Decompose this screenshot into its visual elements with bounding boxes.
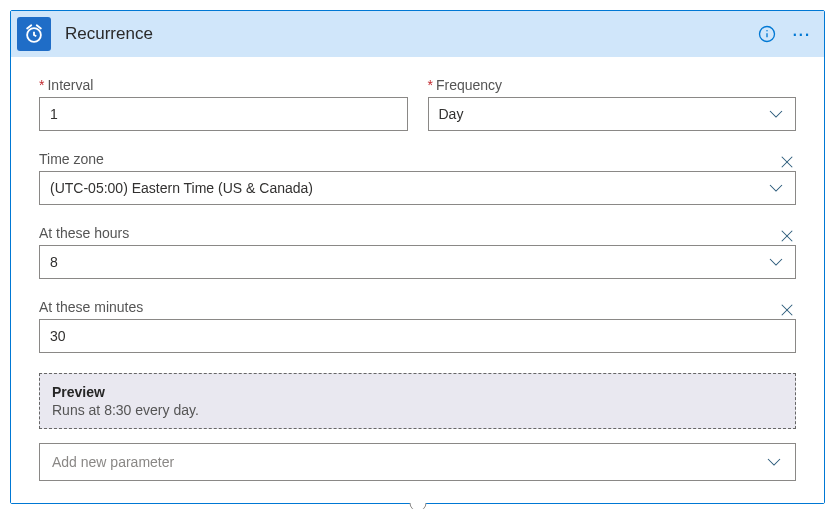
required-star: * bbox=[428, 77, 433, 93]
preview-text: Runs at 8:30 every day. bbox=[52, 402, 783, 418]
chevron-down-icon bbox=[767, 105, 785, 123]
add-parameter-select[interactable]: Add new parameter bbox=[39, 443, 796, 481]
frequency-select[interactable]: Day bbox=[428, 97, 797, 131]
add-parameter-placeholder: Add new parameter bbox=[52, 454, 765, 470]
frequency-value: Day bbox=[439, 106, 768, 122]
timezone-select[interactable]: (UTC-05:00) Eastern Time (US & Canada) bbox=[39, 171, 796, 205]
interval-input[interactable]: 1 bbox=[39, 97, 408, 131]
minutes-value: 30 bbox=[50, 328, 785, 344]
preview-box: Preview Runs at 8:30 every day. bbox=[39, 373, 796, 429]
chevron-down-icon bbox=[765, 453, 783, 471]
required-star: * bbox=[39, 77, 44, 93]
flow-connector bbox=[10, 504, 825, 509]
card-title: Recurrence bbox=[65, 24, 756, 44]
timezone-value: (UTC-05:00) Eastern Time (US & Canada) bbox=[50, 180, 767, 196]
recurrence-card: Recurrence ··· * Interval 1 bbox=[10, 10, 825, 504]
info-icon[interactable] bbox=[756, 23, 778, 45]
interval-value: 1 bbox=[50, 106, 397, 122]
svg-point-3 bbox=[766, 30, 768, 32]
hours-select[interactable]: 8 bbox=[39, 245, 796, 279]
timezone-label: Time zone bbox=[39, 151, 772, 167]
hours-value: 8 bbox=[50, 254, 767, 270]
minutes-input[interactable]: 30 bbox=[39, 319, 796, 353]
minutes-label: At these minutes bbox=[39, 299, 772, 315]
minutes-remove-button[interactable] bbox=[778, 301, 796, 319]
preview-title: Preview bbox=[52, 384, 783, 400]
card-header: Recurrence ··· bbox=[11, 11, 824, 57]
chevron-down-icon bbox=[767, 253, 785, 271]
hours-label: At these hours bbox=[39, 225, 772, 241]
interval-label: * Interval bbox=[39, 77, 408, 93]
chevron-down-icon bbox=[767, 179, 785, 197]
card-body: * Interval 1 * Frequency Day bbox=[11, 57, 824, 503]
timezone-remove-button[interactable] bbox=[778, 153, 796, 171]
hours-remove-button[interactable] bbox=[778, 227, 796, 245]
frequency-label: * Frequency bbox=[428, 77, 797, 93]
clock-icon bbox=[17, 17, 51, 51]
ellipsis-icon[interactable]: ··· bbox=[788, 29, 814, 39]
